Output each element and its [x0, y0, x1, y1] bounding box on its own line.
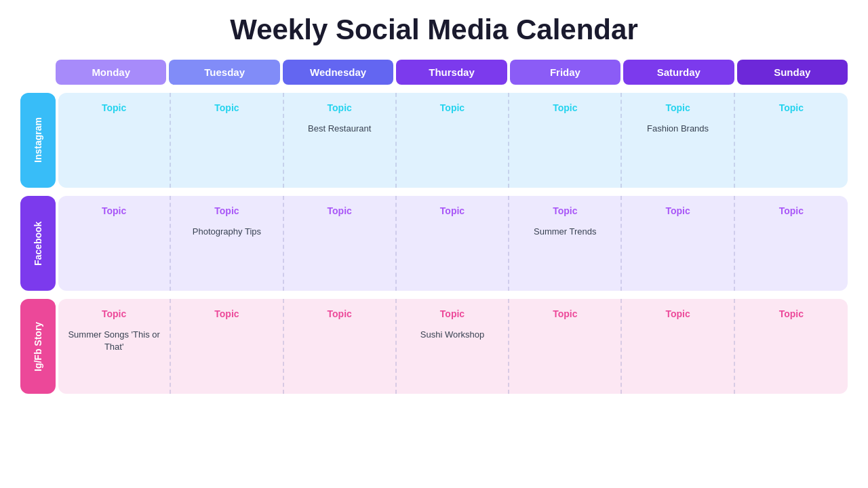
cell-topic: Topic	[328, 308, 352, 319]
cell-r1-c0: Topic	[58, 196, 171, 291]
header-sunday: Sunday	[737, 60, 848, 85]
cell-r1-c5: Topic	[622, 196, 734, 291]
row-label-1: Facebook	[20, 196, 56, 291]
cell-topic: Topic	[328, 102, 352, 113]
content-grid-0: TopicTopicTopicBest RestaurantTopicTopic…	[58, 93, 848, 188]
cell-r1-c3: Topic	[397, 196, 509, 291]
cell-content: Best Restaurant	[308, 123, 371, 135]
cell-topic: Topic	[102, 102, 126, 113]
calendar-container: MondayTuesdayWednesdayThursdayFridaySatu…	[20, 60, 848, 394]
header-thursday: Thursday	[396, 60, 507, 85]
cell-topic: Topic	[779, 308, 804, 319]
header-monday: Monday	[56, 60, 166, 85]
cell-topic: Topic	[665, 308, 690, 319]
cell-r0-c2: TopicBest Restaurant	[284, 93, 397, 188]
cell-content: Summer Songs 'This or That'	[65, 329, 163, 353]
cell-topic: Topic	[665, 205, 690, 216]
cell-r2-c3: TopicSushi Workshop	[397, 299, 509, 394]
cell-r1-c6: Topic	[735, 196, 848, 291]
header-tuesday: Tuesday	[169, 60, 279, 85]
cell-content: Photography Tips	[193, 226, 261, 238]
cell-topic: Topic	[440, 205, 465, 216]
cell-r1-c2: Topic	[284, 196, 397, 291]
cell-content: Fashion Brands	[647, 123, 709, 135]
cell-r2-c0: TopicSummer Songs 'This or That'	[58, 299, 171, 394]
cell-r0-c5: TopicFashion Brands	[622, 93, 734, 188]
cell-r1-c1: TopicPhotography Tips	[171, 196, 283, 291]
cell-topic: Topic	[665, 102, 690, 113]
content-grid-1: TopicTopicPhotography TipsTopicTopicTopi…	[58, 196, 848, 291]
cell-topic: Topic	[553, 102, 577, 113]
row-label-0: Instagram	[20, 93, 56, 188]
cell-r0-c3: Topic	[397, 93, 509, 188]
calendar-wrapper: MondayTuesdayWednesdayThursdayFridaySatu…	[20, 60, 848, 394]
header-friday: Friday	[510, 60, 620, 85]
cell-topic: Topic	[553, 308, 577, 319]
header-wednesday: Wednesday	[283, 60, 393, 85]
cell-r2-c2: Topic	[284, 299, 397, 394]
cell-topic: Topic	[328, 205, 352, 216]
cell-topic: Topic	[214, 308, 239, 319]
cell-content: Summer Trends	[534, 226, 596, 238]
row-facebook: FacebookTopicTopicPhotography TipsTopicT…	[20, 196, 848, 291]
cell-r0-c4: Topic	[509, 93, 622, 188]
cell-topic: Topic	[440, 308, 465, 319]
cell-topic: Topic	[779, 102, 804, 113]
row-ig-fb-story: Ig/Fb StoryTopicSummer Songs 'This or Th…	[20, 299, 848, 394]
cell-r2-c4: Topic	[509, 299, 622, 394]
cell-r2-c5: Topic	[622, 299, 734, 394]
cell-r2-c6: Topic	[735, 299, 848, 394]
cell-topic: Topic	[553, 205, 577, 216]
page-title: Weekly Social Media Calendar	[230, 14, 637, 46]
cell-r0-c0: Topic	[58, 93, 171, 188]
cell-topic: Topic	[102, 308, 126, 319]
cell-topic: Topic	[214, 205, 239, 216]
header-saturday: Saturday	[623, 60, 734, 85]
cell-r0-c6: Topic	[735, 93, 848, 188]
cell-topic: Topic	[102, 205, 126, 216]
content-grid-2: TopicSummer Songs 'This or That'TopicTop…	[58, 299, 848, 394]
cell-topic: Topic	[214, 102, 239, 113]
cell-topic: Topic	[779, 205, 804, 216]
cell-topic: Topic	[440, 102, 465, 113]
row-instagram: InstagramTopicTopicTopicBest RestaurantT…	[20, 93, 848, 188]
cell-r1-c4: TopicSummer Trends	[509, 196, 622, 291]
row-label-2: Ig/Fb Story	[20, 299, 56, 394]
cell-r0-c1: Topic	[171, 93, 283, 188]
header-row: MondayTuesdayWednesdayThursdayFridaySatu…	[56, 60, 848, 85]
cell-content: Sushi Workshop	[420, 329, 484, 341]
cell-r2-c1: Topic	[171, 299, 283, 394]
